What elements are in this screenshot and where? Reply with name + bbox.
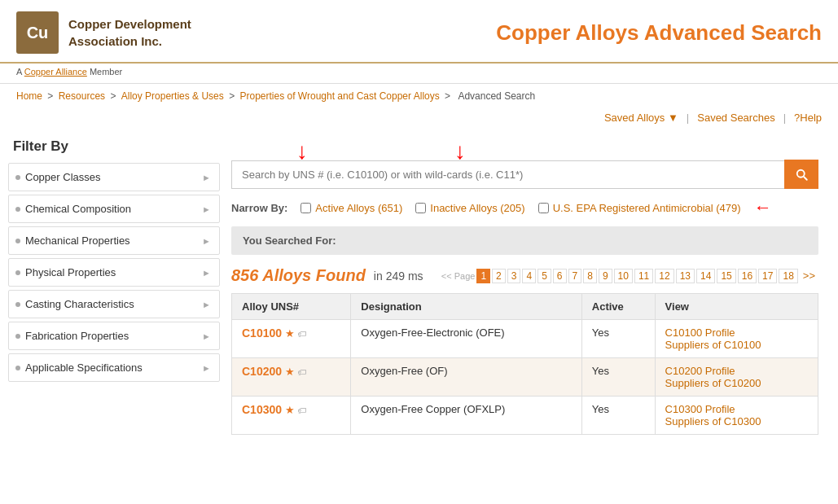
page-prev: << Page	[441, 271, 476, 281]
star-icon: ★	[285, 327, 295, 340]
star-icon: ★	[285, 366, 295, 378]
copper-alliance-link[interactable]: Copper Alliance	[24, 67, 87, 77]
dot-icon	[15, 175, 20, 180]
epa-antimicrobial-checkbox[interactable]	[538, 203, 549, 213]
arrow-left-indicator: ←	[754, 197, 772, 218]
inactive-alloys-checkbox[interactable]	[415, 203, 426, 213]
sidebar: Filter By Copper Classes ► Chemical Comp…	[8, 130, 220, 443]
col-alloy-uns: Alloy UNS#	[232, 294, 351, 320]
c10300-suppliers-link[interactable]: Suppliers of C10300	[665, 415, 808, 427]
dot-icon	[15, 302, 20, 307]
searched-for-box: You Searched For:	[231, 226, 818, 255]
filter-by-label: Filter By	[8, 138, 220, 163]
cu-badge: Cu	[16, 11, 59, 54]
page-15[interactable]: 15	[717, 269, 735, 283]
active-alloys-checkbox[interactable]	[301, 203, 311, 213]
main-layout: Filter By Copper Classes ► Chemical Comp…	[0, 130, 838, 443]
filter-copper-classes[interactable]: Copper Classes ►	[8, 163, 220, 191]
narrow-by-row: Narrow By: Active Alloys (651) Inactive …	[231, 197, 818, 218]
col-active: Active	[581, 294, 655, 320]
dot-icon	[15, 239, 20, 243]
page-13[interactable]: 13	[676, 269, 695, 283]
chevron-right-icon: ►	[202, 173, 211, 182]
dot-icon	[15, 270, 20, 275]
search-button[interactable]	[784, 160, 818, 189]
member-line: A Copper Alliance Member	[0, 64, 838, 84]
view-cell: C10100 Profile Suppliers of C10100	[655, 320, 818, 358]
dot-icon	[15, 334, 20, 339]
chevron-right-icon: ►	[202, 300, 211, 309]
page-9[interactable]: 9	[599, 269, 612, 283]
breadcrumb-alloy-properties[interactable]: Alloy Properties & Uses	[121, 90, 224, 102]
page-6[interactable]: 6	[553, 269, 567, 283]
alloy-c10300-link[interactable]: C10300	[242, 403, 282, 416]
col-view: View	[655, 294, 818, 320]
filter-casting-characteristics[interactable]: Casting Characteristics ►	[8, 290, 220, 318]
filter-chemical-composition[interactable]: Chemical Composition ►	[8, 195, 220, 223]
breadcrumb-properties-wrought[interactable]: Properties of Wrought and Cast Copper Al…	[239, 90, 439, 102]
alloy-cell: C10300 ★ 🏷	[232, 397, 351, 435]
page-title: Copper Alloys Advanced Search	[496, 20, 822, 46]
chevron-right-icon: ►	[202, 268, 211, 278]
page-12[interactable]: 12	[655, 269, 673, 283]
tag-icon: 🏷	[297, 405, 306, 415]
star-icon: ★	[285, 404, 295, 416]
results-count: 856 Alloys Found	[231, 266, 366, 285]
page-8[interactable]: 8	[583, 269, 597, 283]
alloy-cell: C10100 ★ 🏷	[232, 320, 351, 358]
active-cell: Yes	[581, 358, 655, 397]
narrow-active-alloys[interactable]: Active Alloys (651)	[301, 202, 402, 214]
view-cell: C10300 Profile Suppliers of C10300	[655, 397, 818, 435]
table-row: C10300 ★ 🏷 Oxygen-Free Copper (OFXLP) Ye…	[232, 397, 818, 435]
chevron-right-icon: ►	[202, 363, 211, 373]
chevron-right-icon: ►	[202, 331, 211, 341]
c10100-profile-link[interactable]: C10100 Profile	[665, 327, 808, 339]
search-icon	[794, 167, 809, 182]
saved-searches-link[interactable]: Saved Searches	[697, 112, 774, 124]
page-14[interactable]: 14	[696, 269, 715, 283]
c10300-profile-link[interactable]: C10300 Profile	[665, 403, 808, 415]
alloy-cell: C10200 ★ 🏷	[232, 358, 351, 397]
narrow-by-label: Narrow By:	[231, 202, 287, 214]
c10100-suppliers-link[interactable]: Suppliers of C10100	[665, 339, 808, 351]
page-10[interactable]: 10	[614, 269, 633, 283]
filter-physical-properties[interactable]: Physical Properties ►	[8, 258, 220, 287]
filter-mechanical-properties[interactable]: Mechanical Properties ►	[8, 226, 220, 255]
filter-fabrication-properties[interactable]: Fabrication Properties ►	[8, 322, 220, 350]
table-row: C10100 ★ 🏷 Oxygen-Free-Electronic (OFE) …	[232, 320, 818, 358]
page-11[interactable]: 11	[634, 269, 653, 283]
page-3[interactable]: 3	[507, 269, 521, 283]
chevron-right-icon: ►	[202, 236, 211, 246]
results-header: 856 Alloys Found in 249 ms << Page 1 2 3…	[231, 266, 818, 285]
filter-applicable-specifications[interactable]: Applicable Specifications ►	[8, 353, 220, 382]
alloy-c10100-link[interactable]: C10100	[242, 327, 282, 340]
page-16[interactable]: 16	[738, 269, 757, 283]
breadcrumb-home[interactable]: Home	[16, 90, 42, 102]
dot-icon	[15, 207, 20, 212]
saved-alloys-link[interactable]: Saved Alloys ▼	[604, 112, 678, 124]
page-7[interactable]: 7	[568, 269, 582, 283]
narrow-epa-antimicrobial[interactable]: U.S. EPA Registered Antimicrobial (479)	[538, 202, 741, 214]
table-row: C10200 ★ 🏷 Oxygen-Free (OF) Yes C10200 P…	[232, 358, 818, 397]
search-input[interactable]	[231, 160, 784, 189]
breadcrumb-current: Advanced Search	[458, 90, 535, 102]
alloy-c10200-link[interactable]: C10200	[242, 365, 282, 378]
page-4[interactable]: 4	[522, 269, 536, 283]
page-2[interactable]: 2	[492, 269, 506, 283]
view-cell: C10200 Profile Suppliers of C10200	[655, 358, 818, 397]
page-next[interactable]: >>	[800, 269, 818, 283]
logo-area: Cu Copper Development Association Inc.	[16, 11, 191, 54]
dot-icon	[15, 366, 20, 370]
pagination: << Page 1 2 3 4 5 6 7 8 9 10 11 12 13 14…	[441, 269, 818, 283]
page-18[interactable]: 18	[779, 269, 797, 283]
c10200-profile-link[interactable]: C10200 Profile	[665, 365, 808, 377]
page-5[interactable]: 5	[537, 269, 551, 283]
page-1[interactable]: 1	[476, 269, 490, 283]
breadcrumb-resources[interactable]: Resources	[59, 90, 105, 102]
content-area: ↓ ↓ Narrow By: Active Alloys (651) Inact…	[220, 130, 830, 443]
c10200-suppliers-link[interactable]: Suppliers of C10200	[665, 377, 808, 389]
page-17[interactable]: 17	[758, 269, 777, 283]
narrow-inactive-alloys[interactable]: Inactive Alloys (205)	[415, 202, 524, 214]
help-link[interactable]: ?Help	[794, 112, 822, 124]
active-cell: Yes	[581, 320, 655, 358]
